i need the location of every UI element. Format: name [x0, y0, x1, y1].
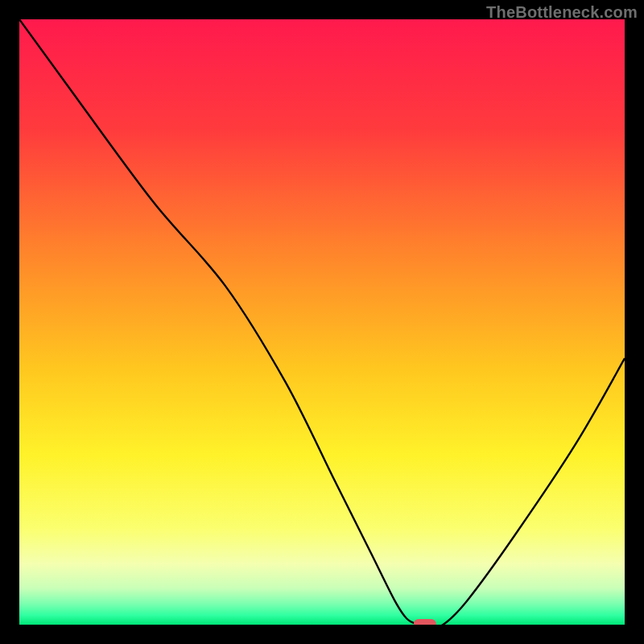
gradient-background	[19, 19, 625, 625]
optimal-marker	[414, 619, 436, 625]
chart-frame: TheBottleneck.com	[0, 0, 644, 644]
plot-area	[19, 19, 625, 625]
bottleneck-chart	[19, 19, 625, 625]
